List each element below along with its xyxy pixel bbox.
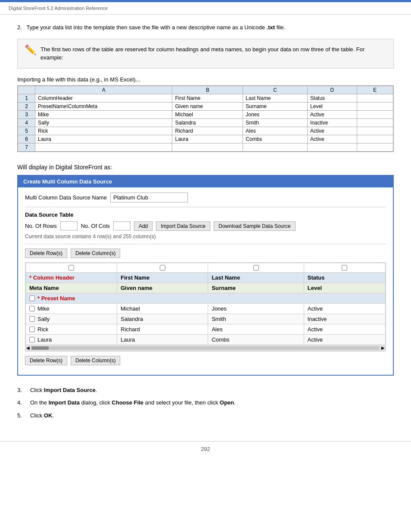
- col-d: Active: [308, 110, 357, 118]
- row-num: 3: [18, 110, 35, 118]
- step5-num: 5.: [17, 411, 26, 420]
- step4-bold3: Open: [220, 399, 234, 406]
- delete-cols-button-bottom[interactable]: Delete Column(s): [71, 356, 120, 365]
- mike-status: Active: [308, 305, 323, 312]
- step4-bold2: Choose File: [112, 399, 143, 406]
- rick-preset: Rick: [37, 326, 48, 333]
- will-display-label: Will display in Digital StoreFront as:: [17, 164, 394, 171]
- table-row: 7: [18, 143, 393, 151]
- row-checkbox-laura[interactable]: [29, 337, 35, 342]
- scroll-left-arrow[interactable]: ◀: [26, 345, 30, 350]
- step5-text: Click OK.: [30, 411, 54, 420]
- row-checkbox-sally[interactable]: [29, 316, 35, 322]
- data-source-table-label: Data Source Table: [25, 212, 386, 218]
- delete-cols-button-top[interactable]: Delete Column(s): [71, 249, 120, 258]
- data-cell-sally-2: Smith: [208, 314, 304, 324]
- col-b: Laura: [172, 135, 243, 143]
- table-row: 2PresetName\ColumnMetaGiven nameSurnameL…: [18, 102, 393, 110]
- data-cell-mike-preset: Mike: [26, 303, 117, 314]
- table-row: 6LauraLauraCombsActive: [18, 135, 393, 143]
- step3: 3. Click Import Data Source.: [17, 386, 394, 395]
- header-checkbox-0[interactable]: [68, 265, 74, 271]
- col-a: Sally: [35, 118, 172, 127]
- scroll-right-arrow[interactable]: ▶: [381, 345, 385, 350]
- table-row-column-header: * Column Header First Name Last Name Sta…: [26, 272, 386, 283]
- rick-status: Active: [308, 326, 323, 333]
- data-cell-rick-3: Active: [304, 324, 385, 334]
- page-title-bar: Digital StoreFront 5.2 Administration Re…: [0, 2, 411, 15]
- data-cell-sally-1: Salandra: [117, 314, 208, 324]
- meta-surname: Surname: [212, 285, 236, 291]
- header-checkbox-1[interactable]: [160, 265, 165, 271]
- row-checkbox-mike[interactable]: [29, 306, 35, 311]
- download-sample-button[interactable]: Download Sample Data Source: [214, 221, 295, 231]
- col-first-name: First Name: [121, 274, 149, 281]
- col-c: Smith: [243, 118, 308, 127]
- step2-text: 2. Type your data list into the template…: [17, 23, 394, 32]
- col-b: [172, 143, 243, 151]
- step4-num: 4.: [17, 398, 26, 407]
- data-cell-laura-3: Active: [304, 334, 385, 345]
- col-header-cell-1: First Name: [117, 272, 208, 283]
- row-checkbox-rick[interactable]: [29, 327, 35, 332]
- data-cell-rick-2: Ales: [208, 324, 304, 334]
- mike-first: Michael: [121, 305, 140, 312]
- sally-preset: Sally: [37, 316, 50, 322]
- excel-col-d: D: [308, 86, 357, 94]
- meta-name-label: Meta Name: [29, 285, 59, 291]
- header-checkbox-3[interactable]: [342, 265, 347, 271]
- data-cell-laura-preset: Laura: [26, 334, 117, 345]
- rick-first: Richard: [121, 326, 140, 333]
- section-divider-2: [25, 244, 386, 244]
- dialog-box: Create Multi Column Data Source Multi Co…: [17, 175, 394, 376]
- sally-first: Salandra: [121, 316, 143, 322]
- column-header-label: * Column Header: [29, 274, 75, 281]
- step4: 4. On the Import Data dialog, click Choo…: [17, 398, 394, 407]
- add-button[interactable]: Add: [134, 221, 153, 231]
- dialog-title-bar: Create Multi Column Data Source: [18, 176, 393, 187]
- dialog-body: Multi Column Data Source Name Data Sourc…: [18, 187, 393, 375]
- data-table-outer: * Column Header First Name Last Name Sta…: [25, 262, 386, 352]
- col-b: Given name: [172, 102, 243, 110]
- preset-checkbox[interactable]: [29, 296, 35, 301]
- col-c: [243, 143, 308, 151]
- col-b: Salandra: [172, 118, 243, 127]
- no-of-rows-input[interactable]: [60, 221, 78, 230]
- step2-num: 2.: [17, 24, 25, 31]
- col-d: Active: [308, 135, 357, 143]
- scroll-thumb[interactable]: [31, 346, 49, 350]
- table-row: 4SallySalandraSmithInactive: [18, 118, 393, 127]
- no-of-cols-input[interactable]: [113, 221, 131, 230]
- col-e: [357, 94, 393, 102]
- note-box: ✏️ The first two rows of the table are r…: [17, 39, 394, 68]
- header-checkbox-2[interactable]: [253, 265, 259, 271]
- meta-given-name: Given name: [121, 285, 153, 291]
- delete-rows-button-bottom[interactable]: Delete Row(s): [25, 356, 67, 365]
- data-cell-sally-preset: Sally: [26, 314, 117, 324]
- scroll-track[interactable]: [31, 346, 380, 350]
- mike-preset: Mike: [37, 305, 49, 312]
- table-row-laura: Laura Laura Combs Active: [26, 334, 386, 345]
- meta-cell-0: Meta Name: [26, 283, 117, 293]
- row-num: 2: [18, 102, 35, 110]
- name-input[interactable]: [110, 193, 188, 202]
- excel-col-c: C: [243, 86, 308, 94]
- meta-cell-2: Surname: [208, 283, 304, 293]
- col-a: Mike: [35, 110, 172, 118]
- step3-text: Click Import Data Source.: [30, 386, 97, 395]
- no-of-rows-label: No. Of Rows: [25, 223, 57, 229]
- horizontal-scrollbar[interactable]: ◀ ▶: [25, 345, 386, 351]
- row-num: 4: [18, 118, 35, 127]
- import-data-source-button[interactable]: Import Data Source: [156, 221, 210, 231]
- table-row-mike: Mike Michael Jones Active: [26, 303, 386, 314]
- table-row: 3MikeMichaelJonesActive: [18, 110, 393, 118]
- col-c: Jones: [243, 110, 308, 118]
- data-table: * Column Header First Name Last Name Sta…: [25, 263, 386, 345]
- name-form-row: Multi Column Data Source Name: [25, 193, 386, 202]
- table-row-checkboxes: [26, 263, 386, 272]
- status-text: Current data source contains 4 row(s) an…: [25, 233, 386, 240]
- col-d: [308, 143, 357, 151]
- data-cell-mike-1: Michael: [117, 303, 208, 314]
- col-last-name: Last Name: [212, 274, 240, 281]
- delete-rows-button-top[interactable]: Delete Row(s): [25, 249, 67, 258]
